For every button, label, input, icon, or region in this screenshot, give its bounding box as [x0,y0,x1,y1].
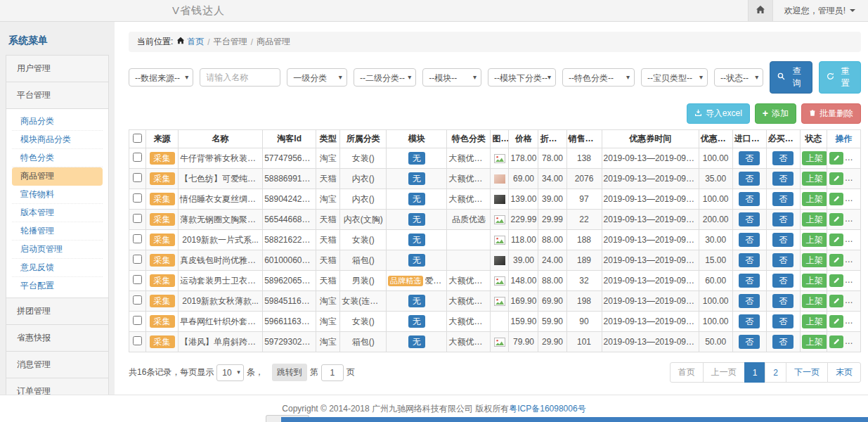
name-search-input[interactable] [200,68,280,87]
import-toggle-button[interactable]: 否 [739,294,760,308]
status-button[interactable]: 上架 [802,192,827,206]
must-buy-toggle-button[interactable]: 否 [772,274,793,288]
page-button-下一页[interactable]: 下一页 [786,362,828,383]
sidebar-subitem-启动页管理[interactable]: 启动页管理 [12,241,103,259]
must-buy-toggle-button[interactable]: 否 [772,233,793,247]
search-button[interactable]: 查询 [770,61,812,94]
status-button[interactable]: 上架 [802,233,827,247]
page-button-首页[interactable]: 首页 [670,362,704,383]
must-buy-toggle-button[interactable]: 否 [772,314,793,328]
edit-button[interactable] [829,254,843,267]
sidebar-subitem-商品管理[interactable]: 商品管理 [12,167,103,186]
sidebar-item-消息管理[interactable]: 消息管理 [6,351,109,378]
page-button-1[interactable]: 1 [744,362,766,383]
sidebar-subitem-商品分类[interactable]: 商品分类 [12,113,103,131]
import-excel-button[interactable]: 导入excel [687,103,750,124]
edit-button[interactable] [829,152,843,165]
import-toggle-button[interactable]: 否 [739,274,760,288]
row-checkbox[interactable] [133,234,142,243]
row-checkbox[interactable] [133,336,142,345]
status-button[interactable]: 上架 [802,253,827,267]
import-toggle-button[interactable]: 否 [739,151,760,165]
cell-price: 169.90 [509,291,538,312]
sidebar-item-订单管理[interactable]: 订单管理 [6,378,109,395]
page-button-2[interactable]: 2 [765,362,786,383]
sidebar-item-用户管理[interactable]: 用户管理 [6,55,109,82]
filter-select-6[interactable]: --状态-- [714,68,763,87]
icp-link[interactable]: 粤ICP备16098006号 [509,403,585,415]
edit-button[interactable] [829,335,843,348]
breadcrumb-home-link[interactable]: 首页 [176,36,204,48]
must-buy-toggle-button[interactable]: 否 [772,335,793,349]
batch-delete-button[interactable]: 批量删除 [801,103,861,124]
sidebar-subitem-版本管理[interactable]: 版本管理 [12,204,103,222]
row-checkbox[interactable] [133,173,142,182]
import-toggle-button[interactable]: 否 [739,314,760,328]
per-page-select[interactable]: 10 [216,364,243,381]
sidebar-subitem-意见反馈[interactable]: 意见反馈 [12,259,103,277]
import-toggle-button[interactable]: 否 [739,335,760,349]
add-button[interactable]: 添加 [755,103,796,124]
page-number-input[interactable] [321,364,344,381]
cell-type: 天猫 [316,271,340,291]
page-button-末页[interactable]: 末页 [827,362,861,383]
row-checkbox[interactable] [133,316,142,325]
sidebar-item-拼团管理[interactable]: 拼团管理 [6,298,109,325]
sidebar-subitem-轮播管理[interactable]: 轮播管理 [12,222,103,241]
plus-icon [763,109,768,119]
sidebar-item-平台管理[interactable]: 平台管理 [6,82,109,109]
filter-select-source[interactable]: --数据来源-- [129,68,193,87]
edit-button[interactable] [829,234,843,246]
copyright-text: Copyright © 2014-2018 广州九驰网络科技有限公司 版权所有 [282,403,509,415]
filter-select-5[interactable]: --宝贝类型-- [641,68,708,87]
sidebar-subitem-平台配置[interactable]: 平台配置 [12,277,103,295]
filter-select-4[interactable]: --特色分类-- [562,68,635,87]
filter-select-1[interactable]: --二级分类-- [354,68,416,87]
filter-select-3[interactable]: --模块下分类-- [488,68,556,87]
import-toggle-button[interactable]: 否 [739,192,760,206]
status-button[interactable]: 上架 [802,294,827,308]
status-button[interactable]: 上架 [802,172,827,186]
status-button[interactable]: 上架 [802,274,827,288]
breadcrumb-item: 平台管理 [214,36,247,48]
row-checkbox[interactable] [133,153,142,162]
sidebar-item-省惠快报[interactable]: 省惠快报 [6,324,109,352]
edit-button[interactable] [829,295,843,307]
row-checkbox[interactable] [133,295,142,305]
must-buy-toggle-button[interactable]: 否 [772,151,793,165]
status-button[interactable]: 上架 [802,335,827,349]
edit-button[interactable] [829,172,843,185]
jump-button[interactable]: 跳转到 [272,364,307,381]
sidebar-subitem-模块商品分类[interactable]: 模块商品分类 [12,131,103,149]
must-buy-toggle-button[interactable]: 否 [772,212,793,226]
must-buy-toggle-button[interactable]: 否 [772,294,793,308]
sidebar-subitem-宣传物料[interactable]: 宣传物料 [12,186,103,204]
reset-button[interactable]: 重置 [819,61,861,94]
edit-button[interactable] [829,274,843,287]
status-button[interactable]: 上架 [802,212,827,226]
edit-button[interactable] [829,315,843,328]
status-button[interactable]: 上架 [802,151,827,165]
filter-select-2[interactable]: --模块-- [422,68,481,87]
edit-button[interactable] [829,213,843,226]
row-checkbox[interactable] [133,275,142,284]
import-toggle-button[interactable]: 否 [739,212,760,226]
home-button[interactable] [748,0,773,21]
import-toggle-button[interactable]: 否 [739,253,760,267]
row-checkbox[interactable] [133,193,142,203]
row-checkbox[interactable] [133,214,142,223]
import-toggle-button[interactable]: 否 [739,172,760,186]
select-all-checkbox[interactable] [133,134,142,143]
import-toggle-button[interactable]: 否 [739,233,760,247]
user-menu[interactable]: 欢迎您，管理员! [773,5,868,17]
row-checkbox[interactable] [133,255,142,264]
edit-button[interactable] [829,193,843,205]
status-button[interactable]: 上架 [802,314,827,328]
must-buy-toggle-button[interactable]: 否 [772,172,793,186]
sidebar-subitem-特色分类[interactable]: 特色分类 [12,149,103,167]
must-buy-toggle-button[interactable]: 否 [772,253,793,267]
must-buy-toggle-button[interactable]: 否 [772,192,793,206]
horizontal-scrollbar-thumb[interactable] [281,417,868,422]
filter-select-0[interactable]: 一级分类 [287,68,347,87]
page-button-上一页[interactable]: 上一页 [703,362,745,383]
